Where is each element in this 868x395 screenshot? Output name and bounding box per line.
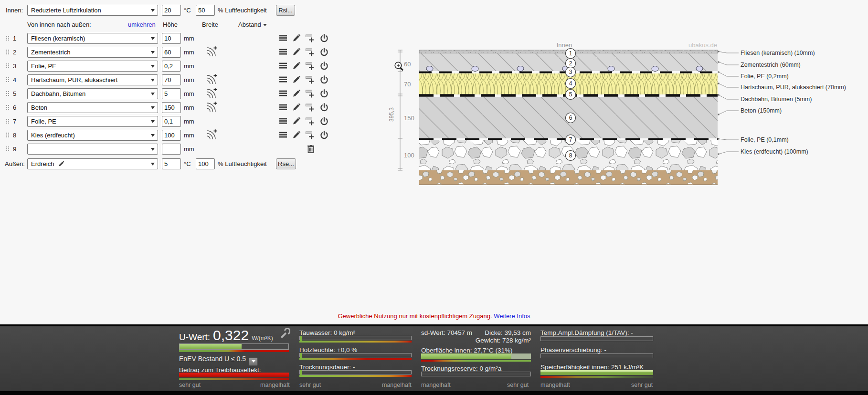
layer-material-select[interactable]	[27, 144, 158, 155]
wrench-icon[interactable]	[280, 328, 290, 339]
layer-menu-icon[interactable]	[278, 33, 288, 43]
toggle-layer-icon[interactable]	[319, 33, 329, 43]
layer-material-value: Folie, PE	[31, 118, 56, 125]
layer-material-select[interactable]: Zementestrich	[27, 47, 158, 58]
layer-menu-icon[interactable]	[278, 75, 288, 84]
toggle-layer-icon[interactable]	[319, 75, 329, 84]
layer-menu-icon[interactable]	[278, 47, 288, 57]
drag-handle[interactable]	[6, 105, 7, 106]
layer-thickness-input[interactable]	[162, 102, 181, 113]
add-section-icon[interactable]	[205, 73, 217, 86]
layer-menu-icon[interactable]	[278, 116, 288, 126]
layer-material-select[interactable]: Folie, PE	[27, 116, 158, 127]
toggle-layer-icon[interactable]	[319, 47, 329, 57]
drag-handle[interactable]	[6, 63, 7, 64]
inside-temperature-input[interactable]	[162, 5, 181, 16]
layer-material-select[interactable]: Folie, PE	[27, 61, 158, 72]
phase-text: Phasenverschiebung:	[540, 346, 603, 353]
layer-menu-icon[interactable]	[278, 89, 288, 98]
drag-handle[interactable]	[6, 91, 7, 92]
enev-dropdown-button[interactable]	[249, 357, 258, 366]
add-section-icon[interactable]	[205, 46, 217, 58]
insert-layer-icon[interactable]	[305, 61, 315, 71]
toggle-layer-icon[interactable]	[319, 116, 329, 126]
insert-layer-icon[interactable]	[305, 103, 315, 112]
u-wert-scale-strip	[179, 350, 289, 352]
layer-labels: Fliesen (keramisch) (10mm) Zementestrich…	[741, 50, 846, 155]
layer-material-select[interactable]: Beton	[27, 102, 158, 113]
invert-link[interactable]: umkehren	[128, 21, 156, 28]
layer-thickness-input[interactable]	[162, 61, 181, 72]
edit-layer-icon[interactable]	[292, 130, 301, 140]
add-section-icon[interactable]	[205, 101, 217, 114]
layer-material-select[interactable]: Hartschaum, PUR, alukaschiert	[27, 74, 158, 85]
unit-label: mm	[184, 62, 194, 70]
layer-thickness-input[interactable]	[162, 47, 181, 58]
marker-4: 4	[569, 80, 572, 87]
edit-layer-icon[interactable]	[292, 89, 301, 98]
edit-layer-icon[interactable]	[292, 103, 301, 112]
toggle-layer-icon[interactable]	[319, 103, 329, 112]
more-info-link[interactable]: Weitere Infos	[494, 312, 530, 320]
distance-column-header[interactable]: Abstand	[238, 21, 267, 28]
outside-humidity-input[interactable]	[196, 158, 215, 169]
rsi-button[interactable]: Rsi...	[276, 5, 295, 16]
insert-layer-icon[interactable]	[305, 75, 315, 84]
layer-thickness-input[interactable]	[162, 88, 181, 99]
layer-label: Hartschaum, PUR, alukaschiert (70mm)	[741, 84, 846, 91]
inside-condition-select[interactable]: Reduzierte Luftzirkulation	[27, 5, 158, 16]
drag-handle[interactable]	[6, 133, 7, 134]
holzfeuchte-text: Holzfeuchte:	[299, 346, 335, 353]
inside-humidity-input[interactable]	[196, 5, 215, 16]
insert-layer-icon[interactable]	[305, 116, 315, 126]
marker-7: 7	[569, 136, 572, 143]
temp-ampl-label: Temp.Ampl.Dämpfung (1/TAV): -	[540, 329, 633, 336]
scale-bad-label: mangelhaft	[421, 382, 451, 388]
chevron-down-icon	[151, 134, 155, 137]
toggle-layer-icon[interactable]	[319, 130, 329, 140]
layer-material-select[interactable]: Kies (erdfeucht)	[27, 130, 158, 141]
edit-layer-icon[interactable]	[292, 61, 301, 71]
toggle-layer-icon[interactable]	[319, 89, 329, 98]
delete-layer-icon[interactable]	[306, 144, 316, 154]
edit-layer-icon[interactable]	[292, 75, 301, 84]
outside-temperature-input[interactable]	[162, 158, 181, 169]
drag-handle[interactable]	[6, 146, 7, 147]
edit-layer-icon[interactable]	[292, 47, 301, 57]
edit-layer-icon[interactable]	[292, 116, 301, 126]
insert-layer-icon[interactable]	[305, 130, 315, 140]
layer-thickness-input[interactable]	[162, 116, 181, 127]
drag-handle[interactable]	[6, 119, 7, 120]
speicher-text: Speicherfähigkeit innen:	[540, 364, 609, 371]
layer-thickness-input[interactable]	[162, 130, 181, 141]
outside-condition-select[interactable]: Erdreich	[27, 158, 158, 169]
layer-thickness-input[interactable]	[162, 144, 181, 155]
drag-handle[interactable]	[6, 50, 7, 51]
trocknungsreserve-label: Trocknungsreserve: 0 g/m²a	[421, 365, 501, 372]
edit-material-icon[interactable]	[58, 160, 65, 167]
zoom-icon[interactable]	[395, 62, 403, 70]
insert-layer-icon[interactable]	[305, 33, 315, 43]
rse-button[interactable]: Rse...	[276, 158, 296, 169]
layer-material-value: Folie, PE	[31, 62, 56, 70]
insert-layer-icon[interactable]	[305, 47, 315, 57]
license-notice-text: Gewerbliche Nutzung nur mit kostenpflich…	[338, 312, 492, 320]
unit-label: mm	[184, 76, 194, 83]
drag-handle[interactable]	[6, 77, 7, 78]
layer-menu-icon[interactable]	[278, 103, 288, 112]
edit-layer-icon[interactable]	[292, 33, 301, 43]
layer-thickness-input[interactable]	[162, 33, 181, 44]
trocknungsdauer-text: Trocknungsdauer:	[299, 364, 351, 371]
layer-menu-icon[interactable]	[278, 130, 288, 140]
tauwasser-marker	[300, 336, 302, 342]
layer-thickness-input[interactable]	[162, 74, 181, 85]
layer-material-select[interactable]: Fliesen (keramisch)	[27, 33, 158, 44]
chevron-down-icon	[151, 93, 155, 95]
add-section-icon[interactable]	[205, 87, 217, 100]
layer-material-select[interactable]: Dachbahn, Bitumen	[27, 88, 158, 99]
layer-menu-icon[interactable]	[278, 61, 288, 71]
drag-handle[interactable]	[6, 36, 7, 37]
insert-layer-icon[interactable]	[305, 89, 315, 98]
toggle-layer-icon[interactable]	[319, 61, 329, 71]
add-section-icon[interactable]	[205, 129, 217, 141]
